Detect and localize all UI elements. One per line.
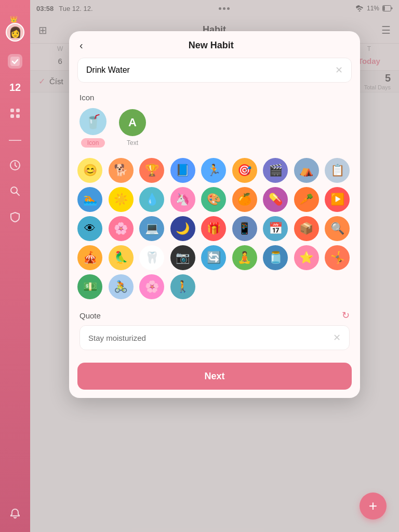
- grid-icon-29[interactable]: 🦷: [139, 245, 164, 270]
- grid-icon-34[interactable]: ⭐: [294, 245, 319, 270]
- modal-title: New Habit: [89, 40, 333, 51]
- habit-name-clear-button[interactable]: ✕: [335, 64, 343, 76]
- icon-type-text-item[interactable]: A Text: [119, 109, 146, 147]
- icon-type-badge-icon[interactable]: Icon: [81, 138, 105, 148]
- grid-icon-21[interactable]: 🌙: [170, 216, 195, 241]
- grid-icon-25[interactable]: 📦: [294, 216, 319, 241]
- icon-type-icon-item[interactable]: 🥤 Icon: [79, 108, 107, 148]
- habit-name-value: Drink Water: [86, 65, 130, 75]
- quote-value: Stay moisturized: [88, 334, 146, 342]
- avatar[interactable]: 👩: [6, 23, 24, 42]
- grid-icon-26[interactable]: 🔍: [325, 216, 350, 241]
- grid-icon-38[interactable]: 🌸: [139, 274, 164, 299]
- grid-icon-14[interactable]: 🍊: [232, 187, 257, 212]
- icon-section-label: Icon: [69, 89, 360, 106]
- icons-grid: 😊🐕🏆📘🏃🎯🎬⛺📋🏊☀️💧🦄🎨🍊💊🥕▶️👁🌸💻🌙🎁📱📅📦🔍🎪🦜🦷📷🔄🧘🫙⭐🤸💵🚴…: [69, 154, 360, 303]
- grid-icon-15[interactable]: 💊: [263, 187, 288, 212]
- svg-rect-2: [16, 109, 20, 112]
- sidebar: 👑 👩 12 —: [0, 0, 30, 532]
- modal-header: ‹ New Habit: [69, 31, 360, 58]
- grid-icon-23[interactable]: 📱: [232, 216, 257, 241]
- grid-icon-16[interactable]: 🥕: [294, 187, 319, 212]
- grid-icon-24[interactable]: 📅: [263, 216, 288, 241]
- grid-icon-4[interactable]: 🏃: [201, 158, 226, 183]
- modal-overlay: ‹ New Habit Drink Water ✕ Icon 🥤 Icon A: [30, 0, 399, 532]
- grid-icon-37[interactable]: 🚴: [109, 274, 134, 299]
- grid-icon-9[interactable]: 🏊: [77, 187, 102, 212]
- grid-icon-35[interactable]: 🤸: [325, 245, 350, 270]
- grid-icon-3[interactable]: 📘: [170, 158, 195, 183]
- grid-icon-22[interactable]: 🎁: [201, 216, 226, 241]
- grid-icon-12[interactable]: 🦄: [170, 187, 195, 212]
- svg-rect-0: [10, 57, 20, 66]
- sidebar-item-grid[interactable]: [8, 106, 22, 121]
- icon-type-text-label: Text: [127, 139, 138, 147]
- habit-name-input[interactable]: Drink Water ✕: [77, 58, 352, 83]
- svg-rect-3: [10, 114, 14, 118]
- grid-icon-30[interactable]: 📷: [170, 245, 195, 270]
- modal-back-button[interactable]: ‹: [79, 39, 83, 51]
- quote-refresh-button[interactable]: ↻: [342, 310, 350, 321]
- quote-section: Quote ↻ Stay moisturized ✕: [69, 303, 360, 354]
- sidebar-item-checkmark[interactable]: [8, 54, 22, 69]
- grid-icon-17[interactable]: ▶️: [325, 187, 350, 212]
- grid-icon-7[interactable]: ⛺: [294, 158, 319, 183]
- sidebar-item-calendar[interactable]: 12: [8, 80, 22, 95]
- sidebar-item-search[interactable]: [8, 184, 22, 198]
- grid-icon-33[interactable]: 🫙: [263, 245, 288, 270]
- grid-icon-8[interactable]: 📋: [325, 158, 350, 183]
- fab-add-button[interactable]: +: [360, 493, 387, 520]
- svg-point-6: [11, 187, 17, 193]
- quote-clear-button[interactable]: ✕: [333, 332, 341, 343]
- sidebar-item-clock[interactable]: [8, 158, 22, 172]
- quote-input[interactable]: Stay moisturized ✕: [79, 325, 350, 350]
- quote-label: Quote: [79, 311, 101, 320]
- grid-icon-2[interactable]: 🏆: [139, 158, 164, 183]
- grid-icon-36[interactable]: 💵: [77, 274, 102, 299]
- svg-rect-1: [10, 109, 14, 112]
- grid-icon-39[interactable]: 🚶: [170, 274, 195, 299]
- grid-icon-27[interactable]: 🎪: [77, 245, 102, 270]
- sidebar-bell-icon[interactable]: [9, 508, 21, 522]
- grid-icon-1[interactable]: 🐕: [109, 158, 134, 183]
- next-button[interactable]: Next: [77, 363, 352, 390]
- grid-icon-10[interactable]: ☀️: [109, 187, 134, 212]
- icon-type-row: 🥤 Icon A Text: [69, 106, 360, 154]
- new-habit-modal: ‹ New Habit Drink Water ✕ Icon 🥤 Icon A: [69, 31, 360, 398]
- main-content: 03:58 Tue 12. 12. 11% ⊞ Habit ☰ W 6: [30, 0, 399, 532]
- grid-icon-20[interactable]: 💻: [139, 216, 164, 241]
- grid-icon-31[interactable]: 🔄: [201, 245, 226, 270]
- grid-icon-13[interactable]: 🎨: [201, 187, 226, 212]
- sidebar-item-dash[interactable]: —: [8, 132, 22, 147]
- crown-icon: 👑: [10, 16, 18, 23]
- grid-icon-28[interactable]: 🦜: [109, 245, 134, 270]
- text-type-preview: A: [119, 109, 146, 136]
- grid-icon-11[interactable]: 💧: [139, 187, 164, 212]
- sidebar-nav: 12 —: [8, 54, 22, 508]
- grid-icon-32[interactable]: 🧘: [232, 245, 257, 270]
- grid-icon-0[interactable]: 😊: [77, 158, 102, 183]
- grid-icon-19[interactable]: 🌸: [109, 216, 134, 241]
- grid-icon-6[interactable]: 🎬: [263, 158, 288, 183]
- icon-preview: 🥤: [79, 108, 107, 135]
- grid-icon-5[interactable]: 🎯: [232, 158, 257, 183]
- svg-rect-4: [16, 114, 20, 118]
- sidebar-item-shield[interactable]: [8, 210, 22, 224]
- grid-icon-18[interactable]: 👁: [77, 216, 102, 241]
